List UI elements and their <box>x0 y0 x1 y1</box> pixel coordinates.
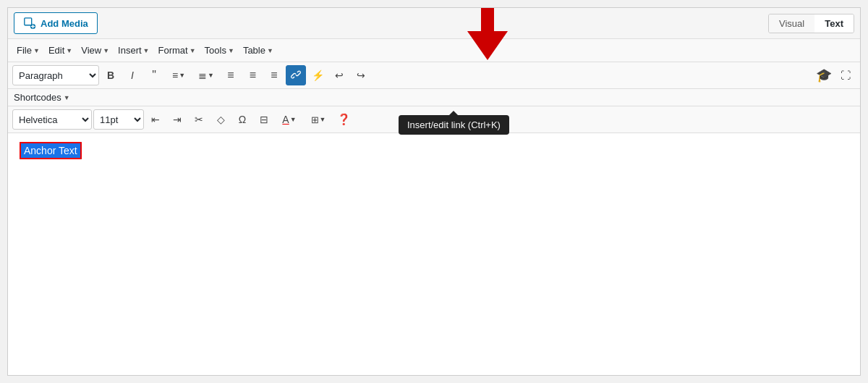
menu-insert-arrow: ▼ <box>143 47 150 54</box>
bold-icon: B <box>107 70 114 81</box>
table-insert-button[interactable]: ⊞ ▼ <box>305 109 332 130</box>
bullet-list-icon: ≡ <box>172 70 178 81</box>
insert-edit-link-button[interactable] <box>286 65 306 85</box>
align-center-icon: ≡ <box>250 69 255 82</box>
blockquote-button[interactable]: " <box>144 65 164 85</box>
unlink-button[interactable]: ⚡ <box>307 65 328 85</box>
distraction-free-button[interactable]: ⛶ <box>835 65 856 85</box>
text-color-button[interactable]: A ▼ <box>276 109 303 130</box>
bullet-list-arrow: ▼ <box>179 72 185 79</box>
table-icon: ⊞ <box>311 114 319 125</box>
tooltip-text: Insert/edit link (Ctrl+K) <box>407 119 501 130</box>
cut-button[interactable]: ✂ <box>189 109 209 130</box>
menu-view-arrow: ▼ <box>103 47 109 54</box>
shortcodes-button[interactable]: Shortcodes ▼ <box>14 92 70 103</box>
menu-edit[interactable]: Edit ▼ <box>46 43 75 57</box>
outdent-icon: ⇤ <box>151 114 160 125</box>
editor-content[interactable]: Anchor Text <box>8 133 860 278</box>
redo-icon: ↪ <box>357 70 365 81</box>
paragraph-select[interactable]: Paragraph Heading 1 Heading 2 <box>12 65 99 85</box>
add-media-button[interactable]: Add Media <box>14 12 98 34</box>
align-left-button[interactable]: ≡ <box>221 65 241 85</box>
add-media-label: Add Media <box>41 18 88 29</box>
visual-tab[interactable]: Visual <box>769 14 814 33</box>
align-right-button[interactable]: ≡ <box>264 65 284 85</box>
outdent-button[interactable]: ⇤ <box>145 109 166 130</box>
horizontal-rule-button[interactable]: ⊟ <box>254 109 274 130</box>
link-tooltip: Insert/edit link (Ctrl+K) <box>399 115 509 135</box>
menu-file-arrow: ▼ <box>33 47 40 54</box>
menu-tools[interactable]: Tools ▼ <box>202 43 237 57</box>
font-size-select[interactable]: 11pt 12pt 14pt <box>93 109 144 130</box>
align-right-icon: ≡ <box>271 69 277 82</box>
shortcodes-arrow: ▼ <box>64 94 70 101</box>
add-media-icon <box>23 17 36 30</box>
text-color-icon: A <box>282 114 289 125</box>
special-chars-icon: Ω <box>239 114 246 125</box>
align-center-button[interactable]: ≡ <box>242 65 263 85</box>
tooltip-box: Insert/edit link (Ctrl+K) <box>399 115 509 135</box>
toolbar-row-1: Paragraph Heading 1 Heading 2 B I " ≡ ▼ … <box>8 62 860 89</box>
table-insert-arrow: ▼ <box>320 116 326 123</box>
text-color-arrow: ▼ <box>290 116 297 123</box>
menu-table[interactable]: Table ▼ <box>240 43 276 57</box>
view-tabs: Visual Text <box>768 14 854 33</box>
undo-icon: ↩ <box>335 70 344 81</box>
link-icon <box>290 69 302 83</box>
numbered-list-icon: ≣ <box>198 70 207 81</box>
menu-insert[interactable]: Insert ▼ <box>115 43 152 57</box>
special-chars-button[interactable]: Ω <box>232 109 252 130</box>
indent-icon: ⇥ <box>173 114 182 125</box>
top-bar: Add Media Visual Text <box>8 8 860 39</box>
cut-icon: ✂ <box>195 114 203 125</box>
menu-table-label: Table <box>243 45 265 56</box>
expand-icon: ⛶ <box>841 70 851 81</box>
bullet-list-button[interactable]: ≡ ▼ <box>166 65 192 85</box>
numbered-list-arrow: ▼ <box>208 72 214 79</box>
menu-view[interactable]: View ▼ <box>78 43 112 57</box>
menu-edit-label: Edit <box>48 45 64 56</box>
menu-bar: File ▼ Edit ▼ View ▼ Insert ▼ Format ▼ T… <box>8 39 860 62</box>
red-arrow-indicator <box>467 8 508 60</box>
text-tab[interactable]: Text <box>814 14 854 33</box>
font-family-select[interactable]: Helvetica Arial Times New Roman <box>12 109 92 130</box>
hr-icon: ⊟ <box>260 114 268 125</box>
help-icon: ❓ <box>337 113 351 126</box>
menu-format[interactable]: Format ▼ <box>156 43 199 57</box>
unlink-icon: ⚡ <box>312 70 324 81</box>
svg-rect-0 <box>25 18 32 25</box>
clear-formatting-icon: ◇ <box>217 114 225 125</box>
mortarboard-icon: 🎓 <box>816 67 832 83</box>
indent-button[interactable]: ⇥ <box>167 109 187 130</box>
italic-button[interactable]: I <box>122 65 142 85</box>
blockquote-icon: " <box>152 69 156 82</box>
redo-button[interactable]: ↪ <box>351 65 371 85</box>
anchor-text-selected: Anchor Text <box>20 142 82 159</box>
learn-more-button[interactable]: 🎓 <box>814 65 834 85</box>
bold-button[interactable]: B <box>101 65 121 85</box>
menu-table-arrow: ▼ <box>267 47 273 54</box>
italic-icon: I <box>131 70 134 81</box>
menu-file-label: File <box>17 45 32 56</box>
menu-edit-arrow: ▼ <box>66 47 72 54</box>
help-button[interactable]: ❓ <box>333 109 354 130</box>
menu-tools-arrow: ▼ <box>228 47 234 54</box>
menu-tools-label: Tools <box>205 45 226 56</box>
shortcodes-label: Shortcodes <box>14 92 61 103</box>
numbered-list-button[interactable]: ≣ ▼ <box>193 65 219 85</box>
undo-button[interactable]: ↩ <box>329 65 349 85</box>
menu-insert-label: Insert <box>118 45 142 56</box>
align-left-icon: ≡ <box>227 69 234 82</box>
menu-view-label: View <box>81 45 101 56</box>
menu-file[interactable]: File ▼ <box>14 43 43 57</box>
clear-formatting-button[interactable]: ◇ <box>210 109 231 130</box>
shortcodes-row: Shortcodes ▼ <box>8 89 860 106</box>
menu-format-label: Format <box>158 45 188 56</box>
menu-format-arrow: ▼ <box>190 47 196 54</box>
